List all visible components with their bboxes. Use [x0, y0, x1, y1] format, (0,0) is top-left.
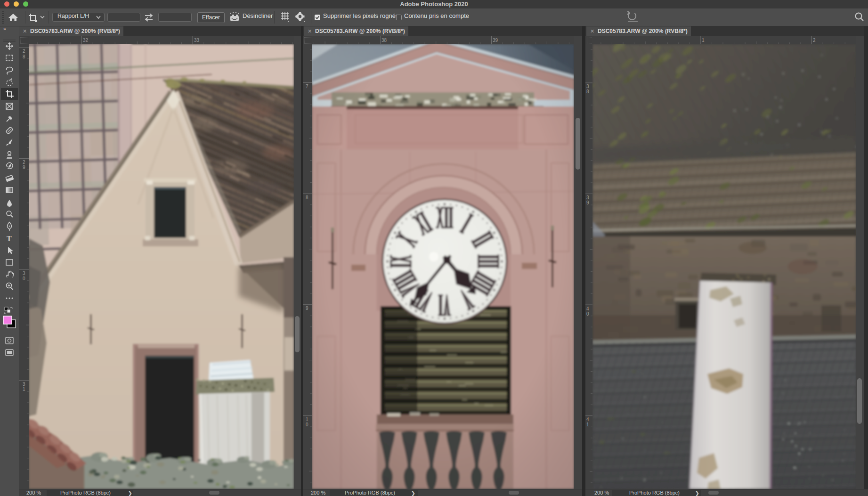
svg-text:0: 0	[23, 276, 25, 281]
svg-text:4: 4	[586, 417, 589, 422]
svg-text:38: 38	[381, 38, 387, 43]
svg-text:9: 9	[306, 306, 308, 311]
svg-text:1: 1	[586, 422, 589, 427]
svg-text:3: 3	[23, 271, 25, 276]
svg-text:3: 3	[586, 84, 589, 89]
svg-text:1: 1	[306, 417, 308, 422]
svg-text:33: 33	[194, 38, 200, 43]
svg-text:4: 4	[586, 306, 589, 311]
svg-text:32: 32	[83, 38, 89, 43]
svg-text:9: 9	[586, 200, 589, 205]
svg-text:8: 8	[586, 89, 589, 94]
svg-text:T: T	[7, 235, 12, 243]
svg-text:3: 3	[586, 195, 589, 200]
svg-text:7: 7	[306, 84, 308, 89]
svg-text:8: 8	[306, 195, 308, 200]
svg-text:»: »	[3, 26, 6, 32]
svg-text:1: 1	[702, 38, 705, 43]
svg-text:1: 1	[23, 387, 25, 392]
svg-text:0: 0	[306, 422, 308, 427]
svg-text:39: 39	[493, 38, 498, 43]
svg-text:8: 8	[23, 54, 25, 59]
svg-text:3: 3	[23, 382, 25, 387]
svg-text:9: 9	[23, 165, 25, 170]
svg-text:2: 2	[23, 160, 25, 165]
svg-text:0: 0	[586, 311, 589, 317]
svg-text:2: 2	[23, 49, 25, 54]
svg-text:2: 2	[813, 38, 816, 43]
